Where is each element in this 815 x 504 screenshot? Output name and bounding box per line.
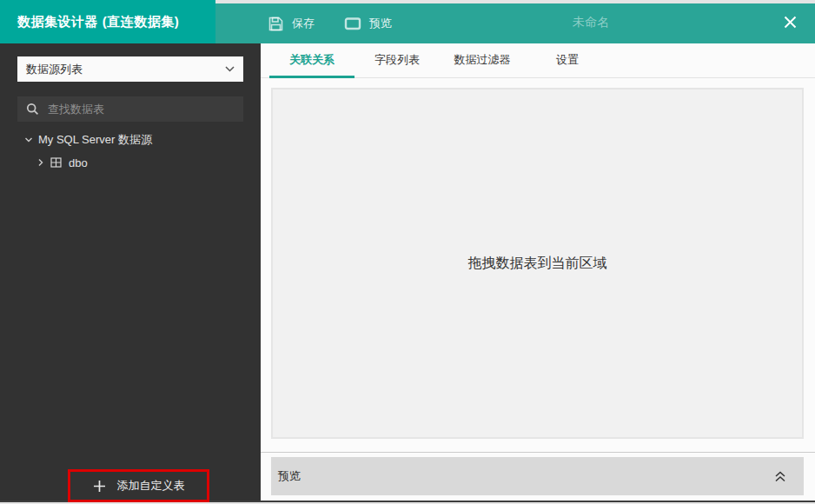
table-search-box	[17, 96, 243, 122]
main-panel: 关联关系 字段列表 数据过滤器 设置 拖拽数据表到当前区域 预览	[261, 43, 815, 501]
save-icon	[268, 16, 284, 32]
window-title-block: 数据集设计器 (直连数据集)	[0, 0, 215, 43]
plus-icon	[93, 480, 106, 493]
chevron-down-icon	[225, 66, 235, 72]
preview-icon	[344, 16, 361, 31]
preview-button[interactable]: 预览	[344, 16, 392, 31]
tree-item-label: My SQL Server 数据源	[38, 132, 152, 148]
preview-button-label: 预览	[369, 16, 392, 31]
close-button[interactable]	[777, 0, 803, 43]
tree-item-label: dbo	[69, 156, 88, 169]
save-button-label: 保存	[292, 16, 315, 31]
datasource-tree: My SQL Server 数据源 dbo	[0, 129, 261, 174]
tab-relations[interactable]: 关联关系	[269, 43, 354, 78]
table-schema-icon	[50, 157, 62, 168]
chevron-expanded-icon[interactable]	[24, 136, 36, 144]
datasource-list-dropdown[interactable]: 数据源列表	[17, 56, 243, 82]
datasource-list-dropdown-value: 数据源列表	[26, 62, 225, 77]
preview-panel-divider	[261, 452, 815, 453]
search-icon	[26, 103, 39, 116]
preview-panel-label: 预览	[278, 468, 301, 484]
window-title: 数据集设计器 (直连数据集)	[17, 14, 179, 30]
tab-settings[interactable]: 设置	[525, 43, 610, 78]
add-custom-table-button[interactable]: 添加自定义表	[68, 469, 209, 502]
preview-panel-header[interactable]: 预览	[271, 457, 804, 495]
dropzone-hint: 拖拽数据表到当前区域	[468, 255, 607, 273]
add-custom-table-label: 添加自定义表	[117, 478, 185, 494]
table-dropzone[interactable]: 拖拽数据表到当前区域	[271, 88, 804, 439]
dataset-designer-window: 数据集设计器 (直连数据集) 保存 预览 未命名	[0, 0, 815, 504]
tab-data-filter[interactable]: 数据过滤器	[440, 43, 525, 78]
header-bar: 数据集设计器 (直连数据集) 保存 预览 未命名	[0, 0, 815, 43]
document-name: 未命名	[556, 0, 626, 43]
tree-item-dbo[interactable]: dbo	[0, 151, 261, 174]
expand-panel-button[interactable]	[774, 471, 786, 482]
close-icon	[784, 16, 797, 29]
tab-bar: 关联关系 字段列表 数据过滤器 设置	[261, 43, 815, 78]
datasource-sidebar: 数据源列表 My SQL Server 数据源	[0, 43, 261, 501]
table-search-input[interactable]	[48, 103, 235, 116]
chevron-collapsed-icon[interactable]	[36, 158, 49, 167]
save-button[interactable]: 保存	[268, 16, 315, 32]
double-chevron-up-icon	[774, 471, 786, 482]
toolbar: 保存 预览	[215, 3, 421, 43]
tab-field-list[interactable]: 字段列表	[354, 43, 440, 78]
tree-item-datasource[interactable]: My SQL Server 数据源	[0, 129, 261, 151]
